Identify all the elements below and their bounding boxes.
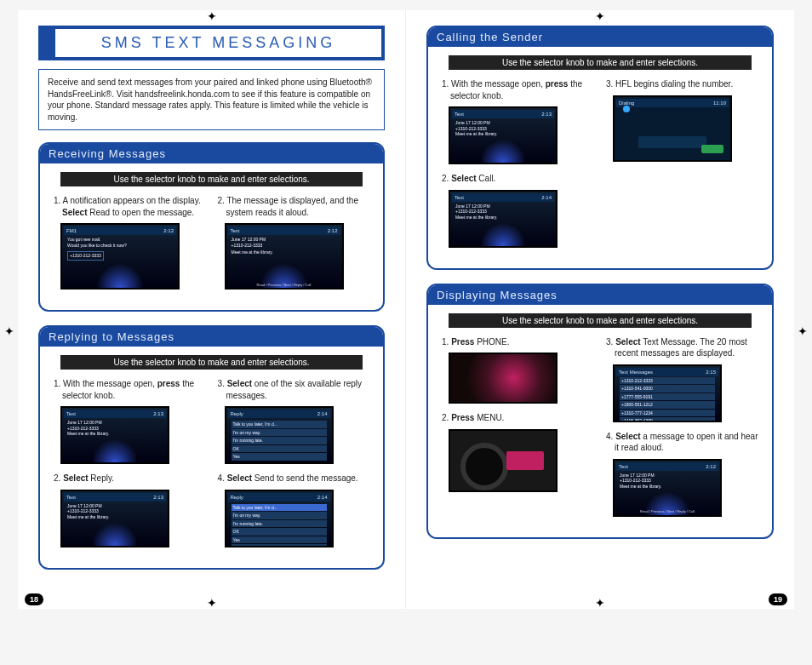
screenshot-notification: FM12:12 You got new mail. Would you like…	[60, 223, 180, 290]
crop-mark-bottom: ✦	[592, 595, 608, 611]
section-heading: Receiving Messages	[40, 144, 383, 163]
screenshot-reply-send: Reply2:14 Talk to you later, I'm d... I'…	[225, 490, 334, 547]
screenshot-dialing: Dialing11:10	[613, 95, 732, 162]
displaying-step-2: 2. Press MENU.	[442, 412, 594, 424]
screenshot-call-select: Text2:14 June 17 12:00 PM +1310-212-3333…	[449, 190, 558, 248]
displaying-step-1: 1. Press PHONE.	[442, 336, 594, 348]
page-18: ✦ SMS TEXT MESSAGING Receive and send te…	[18, 10, 406, 609]
replying-step-2: 2. Select Reply.	[54, 473, 206, 484]
screenshot-call-msg: Text2:13 June 17 12:00 PM +1310-212-3333…	[449, 106, 558, 164]
crop-mark-bottom: ✦	[204, 595, 220, 611]
section-replying: Replying to Messages Use the selector kn…	[38, 325, 385, 570]
screenshot-message-open: Text2:12 June 17 12:00 PM +1310-212-3333…	[225, 223, 344, 290]
screenshot-reply-select: Text2:13 June 17 12:00 PM +1310-212-3333…	[60, 490, 169, 547]
displaying-step-3: 3. Select Text Message. The 20 most rece…	[606, 336, 758, 359]
page-spread: ✦ SMS TEXT MESSAGING Receive and send te…	[18, 10, 794, 609]
page-19: ✦ Calling the Sender Use the selector kn…	[406, 10, 794, 609]
page-number-right: 19	[769, 593, 787, 605]
crop-mark-right: ✦	[795, 324, 810, 339]
replying-step-1: 1. With the message open, press the sele…	[54, 378, 206, 401]
page-number-left: 18	[25, 593, 43, 605]
selector-note: Use the selector knob to make and enter …	[449, 313, 752, 328]
section-receiving: Receiving Messages Use the selector knob…	[38, 142, 385, 312]
title-box: SMS TEXT MESSAGING	[38, 26, 385, 60]
screenshot-reply-options: Reply2:14 Talk to you later, I'm d... I'…	[225, 406, 334, 464]
crop-mark-top: ✦	[204, 9, 220, 24]
screenshot-message-list: Text Messages2:15 +1310-212-3333 +1310-5…	[613, 364, 722, 422]
selector-note: Use the selector knob to make and enter …	[60, 172, 363, 186]
selector-note: Use the selector knob to make and enter …	[449, 55, 752, 70]
photo-phone-button	[449, 353, 558, 404]
calling-step-3: 3. HFL begins dialing the number.	[606, 78, 758, 90]
calling-step-2: 2. Select Call.	[442, 173, 594, 185]
crop-mark-left: ✦	[2, 324, 17, 339]
screenshot-reply-open: Text2:13 June 17 12:00 PM +1310-212-3333…	[60, 406, 169, 464]
replying-step-3: 3. Select one of the six available reply…	[218, 378, 370, 401]
crop-mark-top: ✦	[592, 9, 608, 24]
section-heading: Displaying Messages	[428, 285, 772, 305]
selector-note: Use the selector knob to make and enter …	[60, 355, 363, 370]
calling-step-1: 1. With the message open, press the sele…	[442, 78, 594, 101]
replying-step-4: 4. Select Send to send the message.	[218, 473, 370, 484]
section-displaying: Displaying Messages Use the selector kno…	[426, 284, 774, 539]
section-heading: Calling the Sender	[428, 27, 772, 47]
page-title: SMS TEXT MESSAGING	[62, 34, 375, 52]
screenshot-message-read: Text2:12 June 17 12:00 PM +1310-212-3333…	[613, 459, 722, 517]
intro-text: Receive and send text messages from your…	[38, 69, 385, 130]
section-calling: Calling the Sender Use the selector knob…	[426, 26, 774, 270]
receiving-step-1: 1. A notification appears on the display…	[54, 195, 206, 218]
photo-menu-knob	[449, 429, 558, 492]
receiving-step-2: 2. The message is displayed, and the sys…	[218, 195, 370, 218]
displaying-step-4: 4. Select a message to open it and hear …	[606, 431, 758, 454]
section-heading: Replying to Messages	[40, 327, 383, 347]
